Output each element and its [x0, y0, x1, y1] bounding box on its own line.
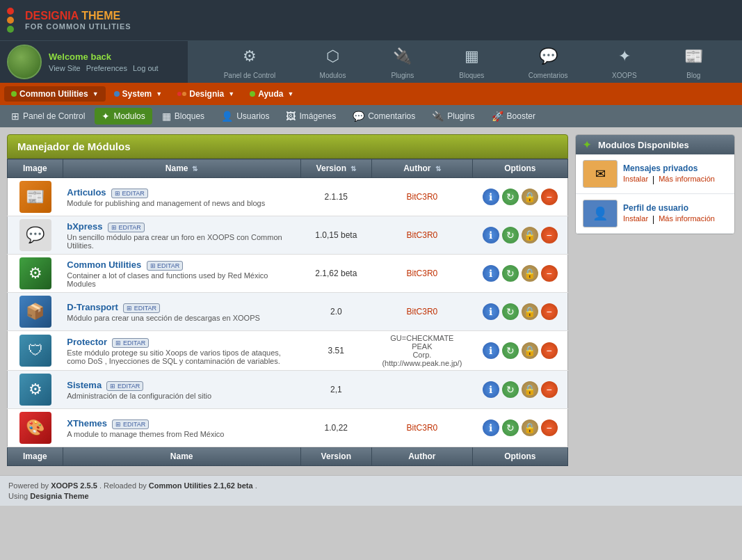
- subnav-usuarios[interactable]: 👤 Usuarios: [214, 108, 276, 125]
- subnav-modulos-icon: ✦: [102, 111, 110, 122]
- subnav-booster[interactable]: 🚀 Booster: [485, 108, 542, 125]
- remove-button[interactable]: −: [541, 303, 558, 320]
- module-name-link[interactable]: Common Utilities: [67, 259, 141, 270]
- subnav-imagenes[interactable]: 🖼 Imágenes: [279, 108, 343, 125]
- th-version[interactable]: Version ⇅: [300, 159, 372, 178]
- edit-badge[interactable]: ⊞ EDITAR: [112, 419, 149, 429]
- edit-badge[interactable]: ⊞ EDITAR: [147, 261, 184, 271]
- refresh-button[interactable]: ↻: [502, 303, 519, 320]
- info-button[interactable]: ℹ: [483, 265, 499, 282]
- remove-button[interactable]: −: [541, 265, 558, 282]
- th-name[interactable]: Name ⇅: [63, 159, 300, 178]
- module-name-link[interactable]: Sistema: [67, 380, 102, 390]
- mensajes-links: Instalar | Más información: [623, 175, 727, 184]
- nav-comentarios[interactable]: 💬 Comentarios: [529, 44, 568, 79]
- subnav-comentarios[interactable]: 💬 Comentarios: [346, 108, 422, 125]
- lock-button[interactable]: 🔒: [522, 381, 538, 398]
- lock-button[interactable]: 🔒: [522, 419, 538, 436]
- subnav-bloques-icon: ▦: [162, 111, 171, 122]
- cu-arrow-icon: ▼: [92, 90, 99, 97]
- nav-blog[interactable]: 📰 Blog: [681, 44, 706, 79]
- mensajes-more-link[interactable]: Más información: [659, 175, 715, 184]
- refresh-button[interactable]: ↻: [502, 419, 519, 436]
- subnav-plugins[interactable]: 🔌 Plugins: [425, 108, 481, 125]
- remove-button[interactable]: −: [541, 342, 558, 359]
- sidebar-perfil-usuario: 👤 Perfil de usuario Instalar | Más infor…: [576, 194, 734, 234]
- author-sort[interactable]: Author ⇅: [378, 163, 467, 173]
- module-version: 2.0: [330, 307, 342, 317]
- nav-panel-control[interactable]: ⚙ Panel de Control: [224, 44, 276, 79]
- info-button[interactable]: ℹ: [483, 303, 499, 320]
- module-name-link[interactable]: XThemes: [67, 418, 107, 429]
- module-image-cell: 📦: [8, 293, 63, 331]
- module-name-link[interactable]: Articulos: [67, 187, 106, 198]
- refresh-button[interactable]: ↻: [502, 342, 519, 359]
- mensajes-install-link[interactable]: Instalar: [623, 175, 648, 184]
- module-name-link[interactable]: Protector: [67, 337, 107, 347]
- subnav-bloques[interactable]: ▦ Bloques: [155, 108, 211, 125]
- name-sort[interactable]: Name ⇅: [69, 163, 295, 173]
- subnav-panel-control[interactable]: ⊞ Panel de Control: [4, 108, 92, 125]
- lock-button[interactable]: 🔒: [522, 303, 538, 320]
- module-author-link[interactable]: BitC3R0: [407, 230, 438, 240]
- subnav-modulos[interactable]: ✦ Modulos: [95, 108, 152, 125]
- lock-button[interactable]: 🔒: [522, 189, 538, 205]
- subnav-imagenes-label: Imágenes: [299, 111, 336, 121]
- designia-theme-link[interactable]: Designia Theme: [30, 492, 88, 500]
- remove-button[interactable]: −: [541, 381, 558, 398]
- xoops-version-link[interactable]: XOOPS 2.5.5: [51, 481, 97, 490]
- edit-badge[interactable]: ⊞ EDITAR: [123, 303, 160, 313]
- menu-common-utilities[interactable]: Common Utilities ▼: [4, 86, 106, 102]
- module-name-link[interactable]: D-Transport: [67, 302, 118, 312]
- th-author[interactable]: Author ⇅: [372, 159, 473, 178]
- info-button[interactable]: ℹ: [483, 189, 499, 205]
- module-author-link[interactable]: BitC3R0: [407, 423, 438, 433]
- module-desc: Administración de la configuración del s…: [67, 392, 296, 400]
- module-name-row: Articulos ⊞ EDITAR: [67, 187, 296, 198]
- view-site-link[interactable]: View Site: [49, 64, 81, 72]
- edit-badge[interactable]: ⊞ EDITAR: [106, 381, 143, 391]
- module-name-link[interactable]: bXpress: [67, 221, 102, 232]
- preferences-link[interactable]: Preferences: [86, 64, 127, 72]
- menu-system[interactable]: System ▼: [107, 86, 170, 102]
- perfil-more-link[interactable]: Más información: [659, 214, 715, 224]
- info-button[interactable]: ℹ: [483, 227, 499, 243]
- info-button[interactable]: ℹ: [483, 342, 499, 359]
- info-button[interactable]: ℹ: [483, 419, 499, 436]
- logout-link[interactable]: Log out: [133, 64, 159, 72]
- table-row: ⚙ Common Utilities ⊞ EDITAR Container a …: [8, 255, 568, 293]
- subnav-usuarios-icon: 👤: [221, 111, 233, 122]
- lock-button[interactable]: 🔒: [522, 227, 538, 243]
- module-author-link[interactable]: BitC3R0: [407, 192, 438, 202]
- module-author-link[interactable]: BitC3R0: [407, 269, 438, 278]
- refresh-button[interactable]: ↻: [502, 381, 519, 398]
- table-row: 🎨 XThemes ⊞ EDITAR A module to manage th…: [8, 409, 568, 447]
- remove-button[interactable]: −: [541, 189, 558, 205]
- lock-button[interactable]: 🔒: [522, 265, 538, 282]
- menu-designia[interactable]: Designia ▼: [170, 86, 241, 102]
- available-modules-panel: ✦ Modulos Disponibles ✉ Mensajes privado…: [575, 134, 735, 234]
- module-options-cell: ℹ ↻ 🔒 −: [472, 409, 567, 447]
- edit-badge[interactable]: ⊞ EDITAR: [108, 223, 145, 232]
- module-version-cell: 2.1.15: [300, 178, 372, 216]
- info-button[interactable]: ℹ: [483, 381, 499, 398]
- nav-modulos[interactable]: ⬡ Modulos: [320, 44, 346, 79]
- cu-version-link[interactable]: Common Utilities 2.1,62 beta: [149, 481, 253, 490]
- lock-button[interactable]: 🔒: [522, 342, 538, 359]
- designia-arrow-icon: ▼: [228, 90, 234, 97]
- edit-badge[interactable]: ⊞ EDITAR: [112, 338, 149, 348]
- refresh-button[interactable]: ↻: [502, 227, 519, 243]
- remove-button[interactable]: −: [541, 419, 558, 436]
- nav-plugins[interactable]: 🔌 Plugins: [390, 44, 415, 79]
- nav-bloques[interactable]: ▦ Bloques: [459, 44, 484, 79]
- version-sort[interactable]: Version ⇅: [307, 163, 366, 173]
- perfil-name: Perfil de usuario: [623, 203, 727, 213]
- nav-xoops[interactable]: ✦ XOOPS: [612, 44, 637, 79]
- module-author-link[interactable]: BitC3R0: [407, 307, 438, 317]
- edit-badge[interactable]: ⊞ EDITAR: [111, 189, 148, 198]
- menu-ayuda[interactable]: Ayuda ▼: [243, 86, 300, 102]
- refresh-button[interactable]: ↻: [502, 189, 519, 205]
- refresh-button[interactable]: ↻: [502, 265, 519, 282]
- remove-button[interactable]: −: [541, 227, 558, 243]
- perfil-install-link[interactable]: Instalar: [623, 214, 648, 224]
